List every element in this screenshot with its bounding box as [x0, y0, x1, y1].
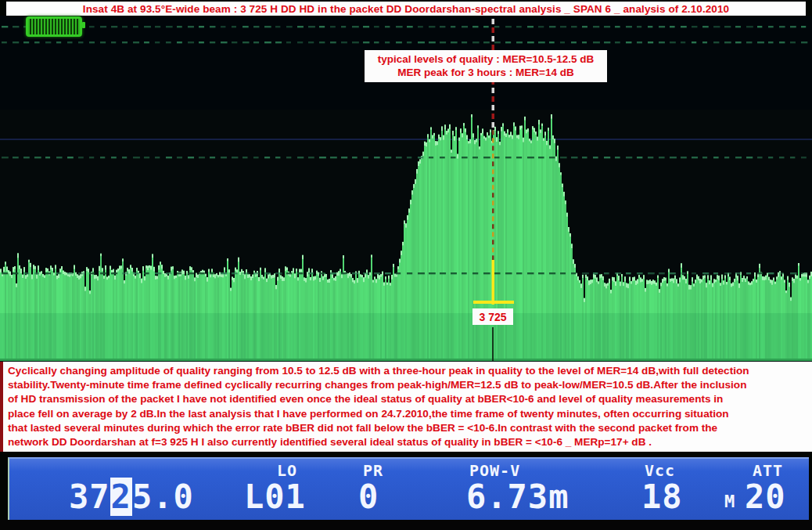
analysis-line: Cyclically changing amplitude of quality…: [8, 364, 812, 378]
frequency-field[interactable]: 3725.0: [69, 478, 194, 516]
page-title: Insat 4B at 93.5°E-wide beam : 3 725 H D…: [83, 3, 729, 15]
analysis-line: network DD Doordarshan at f=3 925 H I al…: [8, 435, 812, 449]
quality-annotation: typical levels of quality : MER=10.5-12.…: [365, 50, 607, 82]
value-att: 20: [745, 478, 786, 516]
value-att-prefix: M: [724, 492, 735, 511]
analysis-text-box: Cyclically changing amplitude of quality…: [0, 362, 812, 452]
analysis-line: of HD transmission of the packet I have …: [8, 392, 812, 406]
meter-panel: LO PR POW-V Vcc ATT 3725.0 L01 0 6.73m 1…: [8, 457, 809, 521]
analysis-line: that lasted several minutes during which…: [8, 421, 812, 435]
title-bar: Insat 4B at 93.5°E-wide beam : 3 725 H D…: [6, 2, 806, 16]
analysis-line: place fell on average by 2 dB.In the las…: [8, 407, 812, 421]
value-lo: L01: [244, 478, 306, 516]
value-vcc: 18: [641, 478, 683, 516]
value-pow-v: 6.73m: [466, 478, 569, 516]
value-pr: 0: [358, 478, 379, 516]
frequency-cursor-digit[interactable]: 2: [110, 478, 132, 516]
bottom-bezel: [0, 520, 812, 530]
satellite-meter-screen: Insat 4B at 93.5°E-wide beam : 3 725 H D…: [0, 0, 812, 530]
quality-line-2: MER peak for 3 hours : MER=14 dB: [366, 66, 605, 79]
analysis-line: stability.Twenty-minute time frame defin…: [8, 378, 812, 392]
frequency-prefix: 37: [69, 478, 110, 516]
quality-line-1: typical levels of quality : MER=10.5-12.…: [366, 52, 605, 66]
frequency-suffix: 5.0: [132, 478, 194, 516]
marker-frequency-label: 3 725: [472, 308, 513, 325]
battery-icon: [26, 16, 82, 37]
